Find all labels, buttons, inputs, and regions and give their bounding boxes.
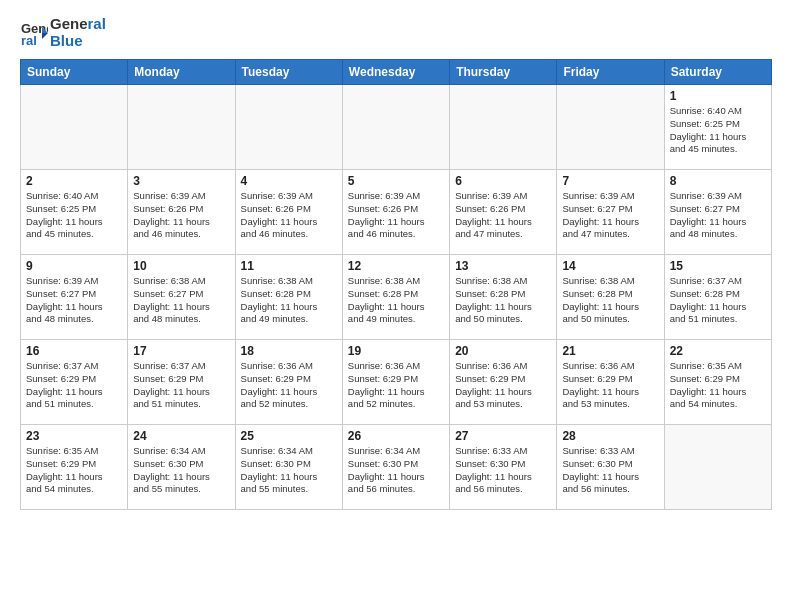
calendar-cell: 1Sunrise: 6:40 AM Sunset: 6:25 PM Daylig… [664,85,771,170]
day-number: 28 [562,429,658,443]
day-info: Sunrise: 6:39 AM Sunset: 6:27 PM Dayligh… [670,190,766,241]
page: Gene ral General Blue SundayMondayTuesda… [0,0,792,520]
week-row-1: 1Sunrise: 6:40 AM Sunset: 6:25 PM Daylig… [21,85,772,170]
calendar-cell: 3Sunrise: 6:39 AM Sunset: 6:26 PM Daylig… [128,170,235,255]
weekday-header-wednesday: Wednesday [342,60,449,85]
calendar-cell: 20Sunrise: 6:36 AM Sunset: 6:29 PM Dayli… [450,340,557,425]
day-info: Sunrise: 6:36 AM Sunset: 6:29 PM Dayligh… [455,360,551,411]
calendar-cell: 25Sunrise: 6:34 AM Sunset: 6:30 PM Dayli… [235,425,342,510]
day-info: Sunrise: 6:38 AM Sunset: 6:28 PM Dayligh… [348,275,444,326]
day-info: Sunrise: 6:38 AM Sunset: 6:27 PM Dayligh… [133,275,229,326]
svg-text:ral: ral [21,33,37,47]
day-info: Sunrise: 6:39 AM Sunset: 6:26 PM Dayligh… [348,190,444,241]
calendar-cell: 19Sunrise: 6:36 AM Sunset: 6:29 PM Dayli… [342,340,449,425]
day-info: Sunrise: 6:33 AM Sunset: 6:30 PM Dayligh… [562,445,658,496]
calendar-cell: 21Sunrise: 6:36 AM Sunset: 6:29 PM Dayli… [557,340,664,425]
day-info: Sunrise: 6:39 AM Sunset: 6:27 PM Dayligh… [26,275,122,326]
week-row-2: 2Sunrise: 6:40 AM Sunset: 6:25 PM Daylig… [21,170,772,255]
weekday-header-friday: Friday [557,60,664,85]
day-number: 7 [562,174,658,188]
day-number: 16 [26,344,122,358]
weekday-header-sunday: Sunday [21,60,128,85]
day-number: 17 [133,344,229,358]
day-number: 20 [455,344,551,358]
day-number: 9 [26,259,122,273]
logo: Gene ral General Blue [20,16,106,49]
day-number: 5 [348,174,444,188]
calendar-cell: 8Sunrise: 6:39 AM Sunset: 6:27 PM Daylig… [664,170,771,255]
day-info: Sunrise: 6:38 AM Sunset: 6:28 PM Dayligh… [241,275,337,326]
day-info: Sunrise: 6:35 AM Sunset: 6:29 PM Dayligh… [26,445,122,496]
logo-text: General Blue [50,16,106,49]
day-info: Sunrise: 6:36 AM Sunset: 6:29 PM Dayligh… [562,360,658,411]
calendar-cell: 13Sunrise: 6:38 AM Sunset: 6:28 PM Dayli… [450,255,557,340]
calendar-cell: 11Sunrise: 6:38 AM Sunset: 6:28 PM Dayli… [235,255,342,340]
calendar-cell [21,85,128,170]
weekday-header-tuesday: Tuesday [235,60,342,85]
day-number: 6 [455,174,551,188]
day-number: 21 [562,344,658,358]
header: Gene ral General Blue [20,16,772,49]
calendar-cell: 2Sunrise: 6:40 AM Sunset: 6:25 PM Daylig… [21,170,128,255]
day-info: Sunrise: 6:34 AM Sunset: 6:30 PM Dayligh… [348,445,444,496]
day-number: 8 [670,174,766,188]
svg-marker-3 [42,33,48,39]
day-number: 1 [670,89,766,103]
calendar-cell: 9Sunrise: 6:39 AM Sunset: 6:27 PM Daylig… [21,255,128,340]
calendar-cell: 4Sunrise: 6:39 AM Sunset: 6:26 PM Daylig… [235,170,342,255]
weekday-header-saturday: Saturday [664,60,771,85]
calendar-cell [557,85,664,170]
calendar-cell: 26Sunrise: 6:34 AM Sunset: 6:30 PM Dayli… [342,425,449,510]
day-info: Sunrise: 6:36 AM Sunset: 6:29 PM Dayligh… [348,360,444,411]
calendar-cell: 16Sunrise: 6:37 AM Sunset: 6:29 PM Dayli… [21,340,128,425]
calendar-cell: 22Sunrise: 6:35 AM Sunset: 6:29 PM Dayli… [664,340,771,425]
day-number: 26 [348,429,444,443]
day-number: 3 [133,174,229,188]
weekday-header-monday: Monday [128,60,235,85]
day-info: Sunrise: 6:40 AM Sunset: 6:25 PM Dayligh… [26,190,122,241]
day-info: Sunrise: 6:36 AM Sunset: 6:29 PM Dayligh… [241,360,337,411]
calendar-cell: 10Sunrise: 6:38 AM Sunset: 6:27 PM Dayli… [128,255,235,340]
calendar-cell: 12Sunrise: 6:38 AM Sunset: 6:28 PM Dayli… [342,255,449,340]
calendar-cell: 18Sunrise: 6:36 AM Sunset: 6:29 PM Dayli… [235,340,342,425]
calendar-cell [235,85,342,170]
day-info: Sunrise: 6:39 AM Sunset: 6:26 PM Dayligh… [241,190,337,241]
day-number: 23 [26,429,122,443]
day-number: 2 [26,174,122,188]
calendar-cell: 5Sunrise: 6:39 AM Sunset: 6:26 PM Daylig… [342,170,449,255]
day-info: Sunrise: 6:40 AM Sunset: 6:25 PM Dayligh… [670,105,766,156]
day-info: Sunrise: 6:34 AM Sunset: 6:30 PM Dayligh… [241,445,337,496]
calendar-cell: 6Sunrise: 6:39 AM Sunset: 6:26 PM Daylig… [450,170,557,255]
day-number: 13 [455,259,551,273]
logo-icon: Gene ral [20,19,48,47]
week-row-5: 23Sunrise: 6:35 AM Sunset: 6:29 PM Dayli… [21,425,772,510]
day-number: 10 [133,259,229,273]
weekday-header-row: SundayMondayTuesdayWednesdayThursdayFrid… [21,60,772,85]
day-number: 15 [670,259,766,273]
calendar-cell: 24Sunrise: 6:34 AM Sunset: 6:30 PM Dayli… [128,425,235,510]
day-info: Sunrise: 6:34 AM Sunset: 6:30 PM Dayligh… [133,445,229,496]
day-info: Sunrise: 6:37 AM Sunset: 6:29 PM Dayligh… [26,360,122,411]
calendar-cell [128,85,235,170]
calendar-cell: 28Sunrise: 6:33 AM Sunset: 6:30 PM Dayli… [557,425,664,510]
day-number: 27 [455,429,551,443]
day-info: Sunrise: 6:38 AM Sunset: 6:28 PM Dayligh… [562,275,658,326]
day-number: 18 [241,344,337,358]
day-number: 25 [241,429,337,443]
day-info: Sunrise: 6:37 AM Sunset: 6:29 PM Dayligh… [133,360,229,411]
calendar-cell [450,85,557,170]
day-info: Sunrise: 6:39 AM Sunset: 6:27 PM Dayligh… [562,190,658,241]
day-number: 14 [562,259,658,273]
day-info: Sunrise: 6:39 AM Sunset: 6:26 PM Dayligh… [133,190,229,241]
day-number: 4 [241,174,337,188]
day-info: Sunrise: 6:38 AM Sunset: 6:28 PM Dayligh… [455,275,551,326]
day-number: 24 [133,429,229,443]
day-info: Sunrise: 6:37 AM Sunset: 6:28 PM Dayligh… [670,275,766,326]
calendar-cell: 17Sunrise: 6:37 AM Sunset: 6:29 PM Dayli… [128,340,235,425]
calendar-cell: 27Sunrise: 6:33 AM Sunset: 6:30 PM Dayli… [450,425,557,510]
day-info: Sunrise: 6:33 AM Sunset: 6:30 PM Dayligh… [455,445,551,496]
calendar-cell: 15Sunrise: 6:37 AM Sunset: 6:28 PM Dayli… [664,255,771,340]
calendar-cell: 14Sunrise: 6:38 AM Sunset: 6:28 PM Dayli… [557,255,664,340]
day-number: 12 [348,259,444,273]
week-row-3: 9Sunrise: 6:39 AM Sunset: 6:27 PM Daylig… [21,255,772,340]
